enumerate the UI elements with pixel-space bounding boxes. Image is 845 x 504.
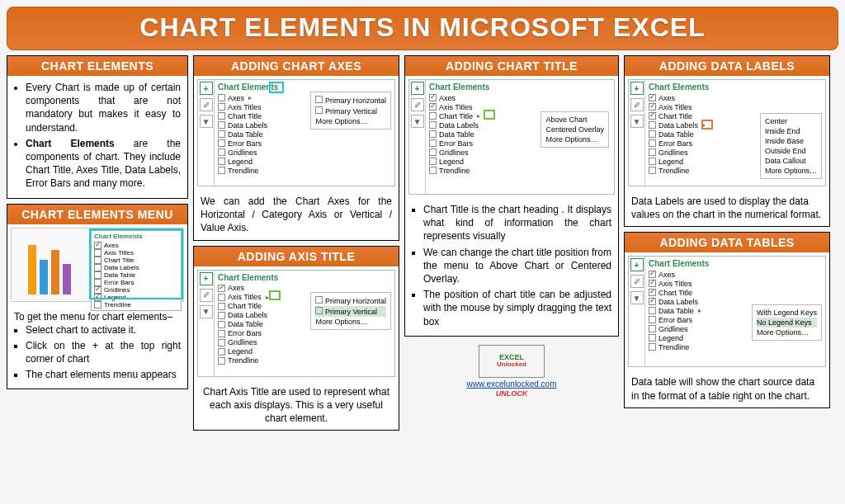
brush-icon[interactable]: ✐ (630, 98, 644, 111)
excel-menu-axes[interactable]: + ✐ ▼ Chart Elements Axes▸ Axis Titles C… (197, 79, 395, 186)
brush-icon[interactable]: ✐ (411, 98, 424, 111)
card-title: CHART ELEMENTS MENU (7, 205, 187, 224)
card-title: ADDING CHART TITLE (405, 56, 618, 76)
bullet: Select chart to activate it. (26, 323, 181, 337)
caption: Data table will show the chart source da… (625, 370, 829, 407)
filter-icon[interactable]: ▼ (411, 115, 424, 128)
bullet: Click on the + at the top right corner o… (26, 339, 181, 365)
caption: Chart Axis Title are used to represent w… (194, 380, 399, 431)
flyout-axis-title[interactable]: Primary Horizontal Primary Vertical More… (310, 292, 391, 330)
bullet: Chart Elements are the components of cha… (26, 137, 181, 191)
flyout-data-labels[interactable]: Center Inside End Inside Base Outside En… (760, 113, 822, 179)
card-body: Every Chart is made up of certain compon… (7, 76, 187, 198)
card-title: ADDING DATA TABLES (625, 233, 829, 252)
card-axis-title: ADDING AXIS TITLE + ✐ ▼ Chart Elements A… (193, 246, 399, 431)
plus-icon[interactable]: + (200, 272, 213, 285)
brush-icon[interactable]: ✐ (200, 98, 213, 111)
flyout-data-tables[interactable]: With Legend Keys No Legend Keys More Opt… (752, 304, 822, 341)
card-chart-title: ADDING CHART TITLE + ✐ ▼ Chart Elements … (404, 55, 619, 337)
caption: We can add the Chart Axes for the Horizo… (194, 190, 399, 240)
filter-icon[interactable]: ▼ (630, 115, 644, 128)
logo-block: EXCEL Unlocked www.excelunlocked.com UNL… (404, 341, 619, 401)
card-chart-elements: CHART ELEMENTS Every Chart is made up of… (7, 55, 188, 199)
card-menu: CHART ELEMENTS MENU Chart Elements Axes … (7, 204, 188, 390)
page-header: CHART ELEMENTS IN MICROSOFT EXCEL (7, 7, 838, 50)
plus-icon[interactable]: + (630, 258, 644, 271)
card-body: To get the menu for chart elements– Sele… (7, 305, 187, 389)
filter-icon[interactable]: ▼ (630, 291, 644, 304)
card-body: Chart Title is the chart heading . It di… (405, 198, 618, 336)
brush-icon[interactable]: ✐ (200, 289, 213, 302)
brush-icon[interactable]: ✐ (630, 275, 644, 288)
flyout-axes[interactable]: Primary Horizontal Primary Vertical More… (310, 92, 391, 130)
bullet: We can change the chart title position f… (423, 246, 611, 286)
excel-menu-data-tables[interactable]: + ✐ ▼ Chart Elements Axes Axis Titles Ch… (628, 256, 826, 367)
chart-thumbnail: Chart Elements Axes Axis Titles Chart Ti… (7, 224, 187, 305)
excel-menu-axis-title[interactable]: + ✐ ▼ Chart Elements Axes Axis Titles▸ C… (197, 270, 395, 377)
card-title: CHART ELEMENTS (7, 56, 187, 76)
card-title: ADDING DATA LABELS (625, 56, 829, 76)
flyout-chart-title[interactable]: Above Chart Centered Overlay More Option… (541, 111, 609, 148)
excel-menu-data-labels[interactable]: + ✐ ▼ Chart Elements Axes Axis Titles Ch… (628, 79, 826, 186)
plus-icon[interactable]: + (411, 82, 424, 95)
logo-link[interactable]: www.excelunlocked.com (467, 379, 557, 389)
bullet: The chart elements menu appears (26, 368, 181, 381)
card-title: ADDING CHART AXES (194, 56, 399, 76)
caption: Data Labels are used to display the data… (625, 190, 829, 226)
bullet: The position of chart title can be adjus… (423, 288, 611, 328)
filter-icon[interactable]: ▼ (200, 305, 213, 318)
card-title: ADDING AXIS TITLE (194, 247, 399, 266)
intro-text: To get the menu for chart elements– (14, 310, 181, 323)
card-axes: ADDING CHART AXES + ✐ ▼ Chart Elements A… (193, 55, 399, 241)
bullet: Every Chart is made up of certain compon… (26, 81, 181, 134)
excel-menu-chart-title[interactable]: + ✐ ▼ Chart Elements Axes Axis Titles Ch… (408, 79, 615, 195)
page-title: CHART ELEMENTS IN MICROSOFT EXCEL (7, 12, 838, 43)
plus-icon[interactable]: + (200, 82, 213, 95)
card-data-labels: ADDING DATA LABELS + ✐ ▼ Chart Elements … (624, 55, 830, 227)
bullet: Chart Title is the chart heading . It di… (423, 203, 611, 243)
plus-icon[interactable]: + (630, 82, 644, 95)
card-data-tables: ADDING DATA TABLES + ✐ ▼ Chart Elements … (624, 232, 830, 407)
logo-tag: UNLOCK (496, 389, 528, 398)
filter-icon[interactable]: ▼ (200, 115, 213, 128)
logo-icon: EXCEL Unlocked (479, 345, 545, 378)
